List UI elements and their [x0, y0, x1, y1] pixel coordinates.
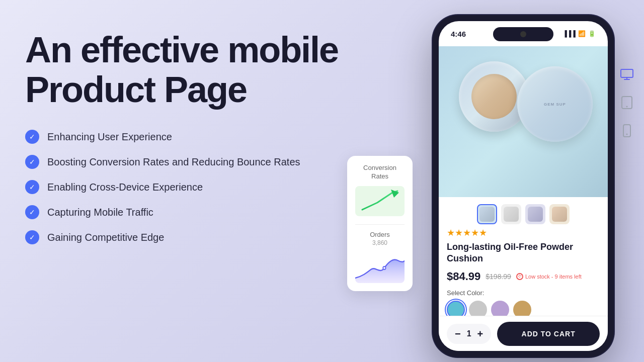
phone-wrapper: 4:46 ▐▐▐ 📶 🔋 GEM SUP [433, 15, 614, 357]
current-price: $84.99 [447, 270, 480, 283]
conversion-chart [355, 186, 405, 216]
check-icon: ✓ [25, 155, 39, 169]
tablet-icon[interactable] [618, 94, 636, 112]
brand-logo: GEM SUP [544, 102, 566, 107]
list-item: ✓ Capturing Mobile Traffic [25, 205, 347, 219]
product-name: Long-lasting Oil-Free Powder Cushion [447, 241, 600, 265]
hero-title: An effective mobile Product Page [25, 30, 347, 110]
signal-icon: ▐▐▐ [562, 30, 576, 37]
stats-card: Conversion Rates Orders 3,860 [347, 156, 413, 291]
product-main-image: GEM SUP [439, 46, 608, 197]
product-rating: ★★★★★ [447, 227, 600, 238]
phone-frame: 4:46 ▐▐▐ 📶 🔋 GEM SUP [433, 15, 614, 357]
check-icon: ✓ [25, 180, 39, 194]
low-stock-badge: ⏱ Low stock - 9 items left [516, 273, 582, 280]
camera-dot [520, 31, 526, 37]
price-row: $84.99 $198.99 ⏱ Low stock - 9 items lef… [447, 270, 600, 283]
check-icon: ✓ [25, 205, 39, 219]
list-item: ✓ Enabling Cross-Device Experience [25, 180, 347, 194]
device-icon-panel [618, 65, 636, 140]
cushion-inner [471, 74, 517, 119]
bottom-bar: − 1 + ADD TO CART [439, 316, 608, 351]
feature-list: ✓ Enhancing User Experience ✓ Boosting C… [25, 130, 347, 244]
orders-count: 3,860 [355, 239, 405, 246]
conversion-rates-title: Conversion Rates [355, 164, 405, 181]
thumbnail-item[interactable] [549, 204, 570, 224]
quantity-increase-button[interactable]: + [477, 329, 484, 339]
monitor-icon[interactable] [618, 65, 636, 83]
smartphone-icon[interactable] [618, 122, 636, 140]
color-section: Select Color: [447, 289, 600, 319]
original-price: $198.99 [486, 273, 511, 281]
list-item: ✓ Boosting Conversion Rates and Reducing… [25, 155, 347, 169]
product-info: ★★★★★ Long-lasting Oil-Free Powder Cushi… [439, 227, 608, 327]
thumbnail-item[interactable] [525, 204, 545, 224]
check-icon: ✓ [25, 230, 39, 244]
check-icon: ✓ [25, 130, 39, 144]
left-section: An effective mobile Product Page ✓ Enhan… [25, 30, 347, 244]
quantity-value: 1 [467, 329, 471, 338]
phone-screen: 4:46 ▐▐▐ 📶 🔋 GEM SUP [439, 21, 608, 351]
svg-rect-3 [621, 69, 633, 77]
product-image-area: GEM SUP [439, 46, 608, 197]
color-label: Select Color: [447, 289, 600, 297]
orders-chart [355, 250, 405, 283]
battery-icon: 🔋 [588, 30, 596, 37]
thumbnail-strip[interactable] [439, 200, 608, 228]
svg-point-2 [383, 267, 385, 269]
wifi-icon: 📶 [578, 30, 586, 37]
cushion-closed-product: GEM SUP [517, 66, 593, 142]
phone-notch [493, 27, 553, 41]
thumbnail-item[interactable] [477, 204, 497, 224]
quantity-decrease-button[interactable]: − [455, 329, 461, 339]
quantity-control[interactable]: − 1 + [447, 324, 491, 344]
add-to-cart-button[interactable]: ADD TO CART [497, 322, 600, 346]
orders-title: Orders [355, 231, 405, 238]
list-item: ✓ Gaining Competitive Edge [25, 230, 347, 244]
thumbnail-item[interactable] [501, 204, 521, 224]
clock-icon: ⏱ [516, 273, 523, 280]
status-icons: ▐▐▐ 📶 🔋 [562, 30, 596, 37]
status-time: 4:46 [451, 30, 466, 38]
list-item: ✓ Enhancing User Experience [25, 130, 347, 144]
